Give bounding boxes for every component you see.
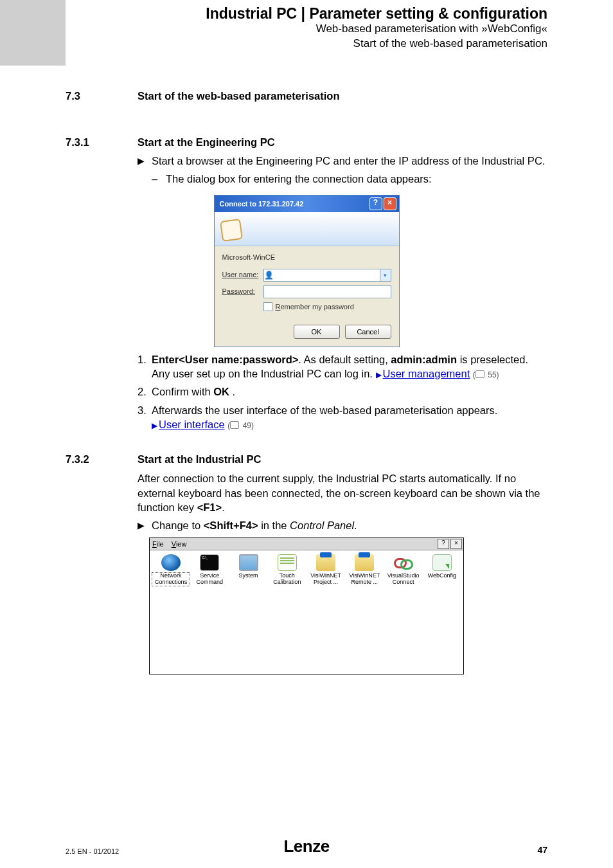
- cp-item-label: Service Command: [191, 573, 228, 586]
- cp-item-touch-calibration[interactable]: Touch Calibration: [269, 554, 306, 586]
- bullet-start-browser-text: Start a browser at the Engineering PC an…: [152, 154, 547, 168]
- b-d: Control Panel: [290, 520, 354, 531]
- step-1-default: admin:admin: [391, 354, 457, 365]
- footer-page-number: 47: [537, 845, 547, 855]
- step-1-number: 1.: [138, 352, 152, 381]
- step-2-t1: Confirm with: [152, 386, 213, 397]
- b-e: .: [354, 520, 357, 531]
- dash-bullet-icon: –: [152, 172, 166, 186]
- step-3-text: Afterwards the user interface of the web…: [152, 404, 497, 416]
- folder-net-icon: [355, 554, 374, 571]
- connect-dialog: Connect to 172.31.207.42 ? × Microsoft-W…: [214, 195, 400, 347]
- step-3: 3. Afterwards the user interface of the …: [138, 403, 547, 432]
- section-7-3-1-heading: 7.3.1 Start at the Engineering PC: [66, 135, 547, 149]
- dialog-realm-label: Microsoft-WinCE: [222, 253, 391, 262]
- section-7-3-2-paragraph: After connection to the current supply, …: [138, 471, 547, 514]
- web-page-icon: [432, 554, 452, 571]
- step-2-number: 2.: [138, 384, 152, 399]
- sheet-icon: [278, 554, 297, 571]
- user-icon: 👤: [264, 269, 274, 281]
- remember-label: Remember my password: [276, 302, 354, 312]
- b-a: Change to: [152, 520, 204, 531]
- step-1-t1: . As default setting,: [298, 354, 391, 365]
- section-7-3-number: 7.3: [66, 89, 138, 103]
- step-2-t3: .: [229, 386, 235, 397]
- step-2-ok: OK: [213, 386, 229, 397]
- book-icon: [230, 421, 239, 429]
- cp-item-visualstudio-connect[interactable]: VisualStudio Connect: [385, 554, 422, 586]
- page-ref-49: ( 49): [227, 421, 254, 430]
- username-label: User name:: [222, 270, 263, 280]
- keys-icon: [219, 219, 242, 242]
- cp-help-button[interactable]: ?: [438, 539, 449, 549]
- chevron-down-icon[interactable]: ▾: [380, 269, 391, 281]
- cp-item-label: VisiWinNET Project ...: [307, 573, 344, 586]
- cp-item-label: WebConfig: [427, 573, 457, 579]
- page-title: Industrial PC | Parameter setting & conf…: [66, 5, 547, 22]
- b-c: in the: [258, 520, 290, 531]
- link-triangle-icon: ▶: [152, 421, 157, 430]
- triangle-bullet-icon: ▶: [138, 154, 152, 168]
- sub-bullet-dialog-appears: – The dialog box for entering the connec…: [152, 172, 547, 186]
- lenze-logo: Lenze: [283, 836, 329, 856]
- cp-item-service-command[interactable]: Service Command: [191, 554, 228, 586]
- ok-button[interactable]: OK: [294, 325, 340, 339]
- cp-item-webconfig[interactable]: WebConfig: [423, 554, 461, 579]
- folder-net-icon: [316, 554, 335, 571]
- cp-menu-view[interactable]: View: [172, 539, 187, 549]
- username-input[interactable]: [274, 269, 380, 281]
- chain-link-icon: [394, 554, 413, 571]
- cp-item-system[interactable]: System: [230, 554, 267, 579]
- dialog-close-button[interactable]: ×: [384, 197, 396, 210]
- cp-item-label: VisualStudio Connect: [385, 573, 422, 586]
- user-interface-link[interactable]: User interface: [159, 419, 225, 430]
- terminal-icon: [200, 554, 219, 571]
- section-7-3-2-title: Start at the Industrial PC: [138, 452, 262, 466]
- sub-bullet-dialog-text: The dialog box for entering the connecti…: [166, 172, 547, 186]
- remember-checkbox[interactable]: [263, 302, 272, 311]
- link-triangle-icon: ▶: [376, 370, 382, 379]
- monitor-icon: [239, 554, 258, 571]
- cp-item-visiwinnet-remote[interactable]: VisiWinNET Remote ...: [346, 554, 383, 586]
- cp-close-button[interactable]: ×: [450, 539, 462, 549]
- p1b: <F1>: [197, 502, 222, 513]
- section-7-3-2-number: 7.3.2: [66, 452, 138, 466]
- cp-item-label: Touch Calibration: [269, 573, 306, 586]
- triangle-bullet-icon: ▶: [138, 518, 152, 532]
- globe-icon: [161, 554, 181, 571]
- password-input[interactable]: [263, 285, 391, 298]
- page-subtitle-1: Web-based parameterisation with »WebConf…: [66, 22, 547, 37]
- section-7-3-heading: 7.3 Start of the web-based parameterisat…: [66, 89, 547, 103]
- step-1-cmd: Enter<User name:password>: [152, 354, 298, 365]
- cp-menu-file[interactable]: File: [152, 539, 164, 549]
- password-label: Password:: [222, 287, 263, 296]
- dialog-help-button[interactable]: ?: [369, 197, 382, 210]
- control-panel-window: File View ? × Network Connections Servic…: [149, 538, 464, 674]
- cp-item-label: Network Connections: [152, 573, 190, 586]
- page-subtitle-2: Start of the web-based parameterisation: [66, 37, 547, 51]
- page-ref-55: ( 55): [473, 370, 499, 379]
- user-management-link[interactable]: User management: [383, 368, 470, 379]
- dialog-title-text: Connect to 172.31.207.42: [220, 199, 304, 209]
- p1c: .: [222, 502, 225, 513]
- bullet-change-to: ▶ Change to <Shift+F4> in the Control Pa…: [138, 518, 547, 532]
- book-icon: [475, 370, 484, 378]
- cancel-button[interactable]: Cancel: [345, 325, 391, 339]
- cp-item-visiwinnet-project[interactable]: VisiWinNET Project ...: [307, 554, 344, 586]
- section-7-3-title: Start of the web-based parameterisation: [138, 89, 340, 103]
- step-2: 2. Confirm with OK .: [138, 384, 547, 399]
- cp-item-label: VisiWinNET Remote ...: [346, 573, 383, 586]
- b-b: <Shift+F4>: [204, 520, 258, 531]
- footer-version: 2.5 EN - 01/2012: [66, 847, 119, 855]
- cp-item-label: System: [238, 573, 259, 579]
- bullet-start-browser: ▶ Start a browser at the Engineering PC …: [138, 154, 547, 168]
- section-7-3-1-number: 7.3.1: [66, 135, 138, 149]
- section-7-3-1-title: Start at the Engineering PC: [138, 135, 275, 149]
- step-3-number: 3.: [138, 403, 152, 432]
- step-1: 1. Enter<User name:password>. As default…: [138, 352, 547, 381]
- username-combo[interactable]: 👤 ▾: [263, 269, 391, 282]
- section-7-3-2-heading: 7.3.2 Start at the Industrial PC: [66, 452, 547, 466]
- cp-item-network-connections[interactable]: Network Connections: [152, 554, 190, 586]
